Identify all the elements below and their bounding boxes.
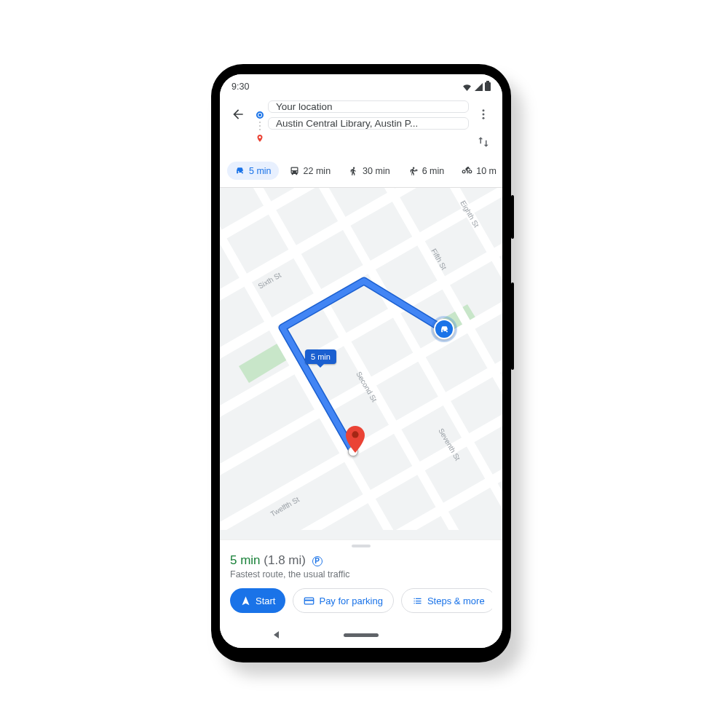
mode-drive-label: 5 min [249,166,272,176]
pay-label: Pay for parking [319,596,382,606]
steps-and-more-button[interactable]: Steps & more [401,588,492,613]
directions-panel: Your location Austin Central Library, Au… [220,99,502,188]
route-summary: 5 min (1.8 mi) P [230,553,492,568]
destination-pin[interactable] [346,426,365,451]
svg-point-2 [483,117,485,119]
destination-pin-icon [256,133,264,143]
navigate-icon [240,596,251,606]
steps-label: Steps & more [427,596,485,606]
rideshare-icon [408,165,419,176]
summary-distance: (1.8 mi) [264,553,306,567]
svg-point-1 [483,114,485,116]
start-label: Start [256,596,275,606]
mode-rideshare-label: 6 min [422,166,445,176]
status-time: 9:30 [232,82,249,92]
bike-icon [462,165,472,176]
summary-subtitle: Fastest route, the usual traffic [230,569,492,579]
cell-signal-icon [475,83,483,91]
more-options-button[interactable] [470,100,497,128]
back-button[interactable] [224,100,252,128]
system-home-pill[interactable] [344,633,379,637]
origin-field[interactable]: Your location [268,100,469,113]
route-summary-sheet[interactable]: 5 min (1.8 mi) P Fastest route, the usua… [220,539,502,622]
swap-endpoints-button[interactable] [470,128,497,156]
car-icon [439,324,450,335]
summary-time: 5 min [230,553,261,567]
destination-field[interactable]: Austin Central Library, Austin P... [268,117,469,130]
system-back-button[interactable] [274,631,279,638]
parking-badge: P [312,556,323,566]
route-time-badge: 5 min [305,349,336,364]
mode-drive[interactable]: 5 min [227,162,279,180]
system-nav-bar [220,622,502,648]
list-icon [412,596,423,606]
card-icon [304,596,314,606]
svg-point-19 [352,431,358,438]
mode-walk-label: 30 min [363,166,390,176]
route-endpoints-icon [253,100,266,143]
mode-transit[interactable]: 22 min [282,162,339,180]
battery-icon [485,82,491,91]
start-marker[interactable] [434,319,454,339]
mode-bike[interactable]: 10 m [454,162,498,180]
transit-icon [289,165,300,176]
svg-rect-21 [305,599,314,601]
pay-for-parking-button[interactable]: Pay for parking [293,588,393,613]
phone-frame: 9:30 [211,64,511,662]
start-navigation-button[interactable]: Start [230,588,285,613]
status-bar: 9:30 [220,74,502,99]
wifi-icon [462,82,472,91]
mode-transit-label: 22 min [304,166,331,176]
car-icon [234,165,245,176]
mode-rideshare[interactable]: 6 min [400,162,452,180]
walk-icon [348,165,359,176]
drag-handle[interactable] [352,545,371,547]
power-button [511,195,514,239]
volume-button [511,282,514,370]
svg-point-0 [483,109,485,111]
mode-walk[interactable]: 30 min [341,162,397,180]
travel-mode-tabs: 5 min 22 min 30 min 6 min [223,156,498,183]
mode-bike-label: 10 m [476,166,496,176]
map-canvas[interactable]: Eighth St Fifth St Sixth St Second St Se… [220,188,502,539]
